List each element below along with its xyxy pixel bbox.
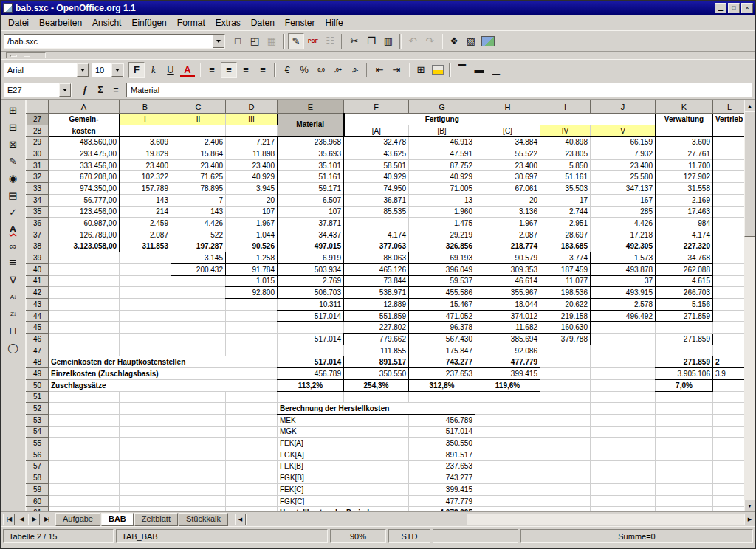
align-top-button[interactable]: ▔ [454, 62, 470, 78]
row-header-29[interactable]: 29 [27, 137, 49, 148]
cell-J30[interactable]: 7.932 [591, 148, 656, 160]
cell-I35[interactable]: 2.744 [540, 206, 591, 218]
cell-K52[interactable] [656, 403, 713, 415]
row-header-33[interactable]: 33 [27, 183, 49, 195]
cell-D51[interactable] [226, 391, 278, 403]
cell-L42[interactable] [713, 287, 745, 299]
standard-format-button[interactable]: 0,0 [313, 62, 329, 78]
cell-E37[interactable]: 34.437 [278, 229, 344, 241]
cell-A53[interactable] [49, 414, 120, 426]
cell-L37[interactable] [713, 229, 745, 241]
cell-B40[interactable] [120, 263, 171, 275]
cell-E40[interactable]: 503.934 [278, 263, 344, 275]
cell-D37[interactable]: 1.044 [226, 229, 278, 241]
font-color-button[interactable]: A [179, 62, 196, 78]
column-header-G[interactable]: G [409, 100, 475, 114]
row-header-49[interactable]: 49 [27, 368, 49, 380]
cell-L30[interactable] [713, 148, 745, 160]
cell-B32[interactable]: 102.322 [120, 171, 171, 183]
cell-L36[interactable] [713, 218, 745, 229]
formula-icon[interactable]: = [109, 83, 123, 97]
cell-I33[interactable]: 35.503 [540, 183, 591, 195]
cell-L33[interactable] [713, 183, 745, 195]
cell-E50[interactable]: 113,2% [278, 379, 344, 391]
cell-G53[interactable]: 456.789 [409, 414, 475, 426]
insert-icon[interactable]: ⊞ [4, 102, 22, 118]
drag-handle[interactable] [6, 52, 46, 58]
row-header-48[interactable]: 48 [27, 356, 49, 368]
cell-L39[interactable] [713, 252, 745, 264]
cell-I58[interactable] [540, 472, 591, 484]
row-header-55[interactable]: 55 [27, 438, 49, 449]
cell-B30[interactable]: 19.829 [120, 148, 171, 160]
cell-K59[interactable] [656, 484, 713, 496]
menu-einfügen[interactable]: Einfügen [126, 15, 171, 30]
cell-D30[interactable]: 11.898 [226, 148, 278, 160]
cell-D54[interactable] [226, 426, 278, 438]
cell-G54[interactable]: 517.014 [409, 426, 475, 438]
cell-E35[interactable]: 107 [278, 206, 344, 218]
row-header-52[interactable]: 52 [27, 403, 49, 415]
cell-A39[interactable] [49, 252, 120, 264]
cell-F34[interactable]: 36.871 [344, 194, 409, 206]
row-header-27[interactable]: 27 [27, 114, 49, 125]
print-icon[interactable]: ☷ [322, 33, 338, 49]
cell-H33[interactable]: 67.061 [475, 183, 540, 195]
cell-I32[interactable]: 51.161 [540, 171, 591, 183]
cell-L51[interactable] [713, 391, 745, 403]
cell-C36[interactable]: 4.426 [171, 218, 226, 229]
autoformat-icon[interactable]: ▤ [4, 187, 22, 203]
row-header-34[interactable]: 34 [27, 194, 49, 206]
cell-J58[interactable] [591, 472, 656, 484]
cell-J48[interactable] [591, 356, 656, 368]
cell-D34[interactable]: 20 [226, 194, 278, 206]
cell-J46[interactable] [591, 334, 656, 345]
cell-J36[interactable]: 4.426 [591, 218, 656, 229]
cell-H49[interactable]: 399.415 [475, 368, 540, 380]
cell-B55[interactable] [120, 438, 171, 449]
auto-spellcheck-icon[interactable]: A [4, 221, 22, 237]
cell-E56[interactable]: FGK[A] [278, 449, 409, 460]
sort-ascending-icon[interactable]: A↓ [4, 289, 22, 305]
previous-sheet-button[interactable]: ◀ [16, 514, 27, 525]
cell-A31[interactable]: 333.456,00 [49, 159, 120, 171]
delete-decimal-button[interactable]: ,0- [347, 62, 363, 78]
cell-J56[interactable] [591, 449, 656, 460]
cell-I56[interactable] [540, 449, 591, 460]
cell-L34[interactable] [713, 194, 745, 206]
cell-F46[interactable]: 779.662 [344, 334, 409, 345]
paste-icon[interactable]: ▥ [380, 33, 396, 49]
cell-G39[interactable]: 69.193 [409, 252, 475, 264]
cell-C39[interactable]: 3.145 [171, 252, 226, 264]
column-header-F[interactable]: F [344, 100, 409, 114]
bold-button[interactable]: F [128, 62, 145, 78]
cell-D42[interactable]: 92.800 [226, 287, 278, 299]
cell-A46[interactable] [49, 334, 120, 345]
row-header-53[interactable]: 53 [27, 414, 49, 426]
status-sum[interactable]: Summe=0 [520, 529, 753, 543]
cell-H31[interactable]: 23.400 [475, 159, 540, 171]
cell-E33[interactable]: 59.171 [278, 183, 344, 195]
italic-button[interactable]: k [145, 62, 162, 78]
cell-A43[interactable] [49, 299, 120, 311]
cell-C43[interactable] [171, 299, 226, 311]
cell-I39[interactable]: 3.774 [540, 252, 591, 264]
cell-K31[interactable]: 11.700 [656, 159, 713, 171]
align-right-button[interactable]: ≡ [238, 62, 254, 78]
cell-L45[interactable] [713, 322, 745, 334]
close-button[interactable]: × [741, 3, 753, 13]
cell-L56[interactable] [713, 449, 745, 460]
cell-H51[interactable] [475, 391, 540, 403]
cell-C44[interactable] [171, 310, 226, 322]
cell-I47[interactable] [540, 345, 591, 356]
cell-A33[interactable]: 974.350,00 [49, 183, 120, 195]
sum-icon[interactable]: Σ [93, 83, 108, 97]
cell-B52[interactable] [120, 403, 171, 415]
cell-C57[interactable] [171, 460, 226, 472]
insert-cells-icon[interactable]: ⊟ [4, 119, 22, 135]
cell-F51[interactable] [344, 391, 409, 403]
cell-K45[interactable] [656, 322, 713, 334]
menu-bearbeiten[interactable]: Bearbeiten [34, 15, 87, 30]
cell-G55[interactable]: 350.550 [409, 438, 475, 449]
cell-H36[interactable]: 1.967 [475, 218, 540, 229]
